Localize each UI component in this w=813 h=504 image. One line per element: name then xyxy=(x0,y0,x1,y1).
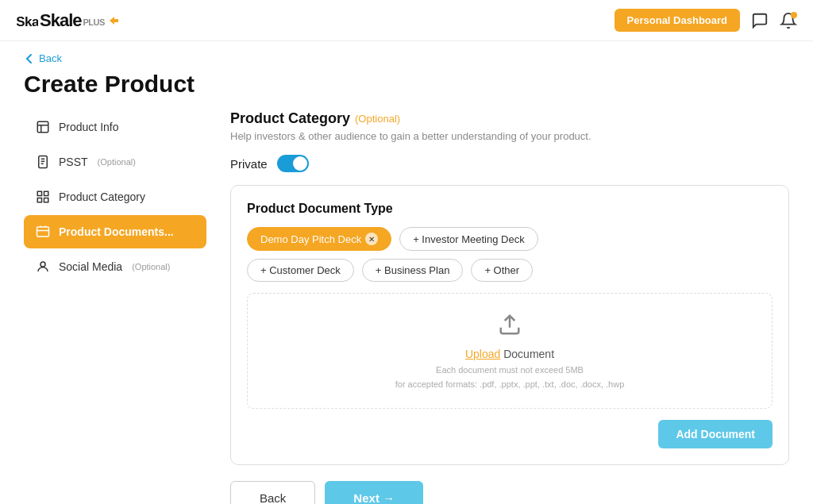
product-info-icon xyxy=(35,119,51,135)
tag-investor-meeting[interactable]: + Investor Meeting Deck xyxy=(399,227,538,251)
upload-area[interactable]: Upload Document Each document must not e… xyxy=(247,293,773,409)
toggle-knob xyxy=(293,156,307,171)
footer-buttons: Back Next → xyxy=(230,481,789,504)
product-category-icon xyxy=(35,189,51,205)
sidebar-item-product-category-label: Product Category xyxy=(59,190,145,203)
back-arrow-icon xyxy=(24,53,35,64)
sidebar: Product Info PSST (Optional) Product Cat… xyxy=(24,110,206,504)
tag-other[interactable]: + Other xyxy=(471,259,533,282)
svg-rect-10 xyxy=(37,198,41,202)
svg-rect-1 xyxy=(37,121,48,133)
sidebar-item-product-category[interactable]: Product Category xyxy=(24,180,206,214)
notifications-icon[interactable] xyxy=(780,12,797,29)
tag-demo-day[interactable]: Demo Day Pitch Deck ✕ xyxy=(247,227,391,251)
remove-demo-day-icon[interactable]: ✕ xyxy=(365,233,378,245)
next-button[interactable]: Next → xyxy=(325,481,423,504)
tag-business-plan[interactable]: + Business Plan xyxy=(362,259,464,282)
back-button[interactable]: Back xyxy=(230,481,315,504)
sidebar-item-product-documents[interactable]: Product Documents... xyxy=(24,215,206,248)
doc-tags-row: Demo Day Pitch Deck ✕ + Investor Meeting… xyxy=(247,227,773,251)
svg-rect-11 xyxy=(44,198,48,202)
private-toggle[interactable] xyxy=(277,155,309,172)
doc-tags-row-2: + Customer Deck + Business Plan + Other xyxy=(247,259,773,282)
sidebar-item-product-info-label: Product Info xyxy=(59,121,119,133)
sidebar-item-psst[interactable]: PSST (Optional) xyxy=(24,145,206,179)
private-label: Private xyxy=(230,157,268,171)
svg-rect-8 xyxy=(37,191,41,195)
upload-formats: for accepted formats: .pdf, .pptx, .ppt,… xyxy=(264,379,756,389)
social-media-optional-label: (Optional) xyxy=(132,262,170,271)
svg-rect-12 xyxy=(37,227,49,237)
messages-icon[interactable] xyxy=(751,12,769,29)
sidebar-item-product-info[interactable]: Product Info xyxy=(24,110,206,144)
logo-arrow-icon xyxy=(108,15,119,26)
social-media-icon xyxy=(35,259,51,275)
product-documents-icon xyxy=(35,224,51,240)
add-document-button[interactable]: Add Document xyxy=(658,420,773,448)
private-row: Private xyxy=(230,155,789,172)
header: Skale Skale PLUS Personal Dashboard xyxy=(0,0,813,41)
tag-customer-deck[interactable]: + Customer Deck xyxy=(247,259,354,282)
content-area: Product Info PSST (Optional) Product Cat… xyxy=(24,110,789,504)
doc-type-card: Product Document Type Demo Day Pitch Dec… xyxy=(230,185,789,465)
upload-hint: Each document must not exceed 5MB xyxy=(264,365,756,375)
section-title: Product Category (Optional) xyxy=(230,110,789,127)
notification-dot xyxy=(791,12,797,18)
header-right: Personal Dashboard xyxy=(615,9,797,32)
add-doc-row: Add Document xyxy=(247,420,773,448)
sidebar-item-social-media[interactable]: Social Media (Optional) xyxy=(24,250,206,283)
logo-text: Skale xyxy=(40,10,82,31)
section-subtitle: Help investors & other audience to gain … xyxy=(230,130,789,142)
page-title: Create Product xyxy=(24,71,789,98)
svg-point-14 xyxy=(40,262,45,267)
sidebar-item-psst-label: PSST xyxy=(59,156,88,168)
svg-text:Skale: Skale xyxy=(16,13,38,28)
psst-optional-label: (Optional) xyxy=(98,157,136,167)
sidebar-item-product-documents-label: Product Documents... xyxy=(59,225,174,238)
svg-rect-9 xyxy=(44,191,48,195)
doc-type-title: Product Document Type xyxy=(247,202,773,216)
logo-icon: Skale xyxy=(16,13,38,29)
upload-text: Upload Document xyxy=(264,348,756,360)
personal-dashboard-button[interactable]: Personal Dashboard xyxy=(615,9,740,32)
logo: Skale Skale PLUS xyxy=(16,10,119,31)
main-layout: Back Create Product Product Info PSST (O… xyxy=(0,41,813,504)
upload-icon xyxy=(264,313,756,341)
logo-plus-text: PLUS xyxy=(83,17,105,27)
psst-icon xyxy=(35,154,51,170)
upload-link[interactable]: Upload xyxy=(465,348,500,360)
right-panel: Product Category (Optional) Help investo… xyxy=(230,110,789,504)
section-optional-tag: (Optional) xyxy=(355,113,400,125)
back-link[interactable]: Back xyxy=(24,52,789,64)
sidebar-item-social-media-label: Social Media xyxy=(59,260,122,273)
